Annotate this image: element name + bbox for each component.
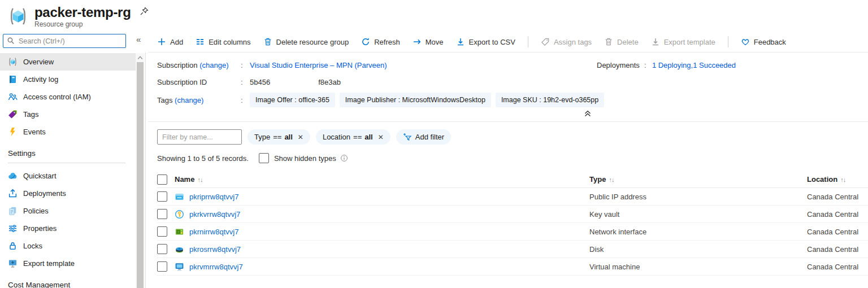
filter-op: == [353, 133, 362, 141]
command-bar: Add Edit columns Delete resource group R… [157, 33, 868, 51]
sidebar-item-label: Quickstart [23, 172, 57, 180]
sidebar-item-overview[interactable]: Overview [0, 53, 136, 71]
column-label: Name [175, 175, 194, 184]
filter-by-name-input[interactable] [157, 129, 242, 145]
name-cell: pkriprrw8qtvvj7 [157, 191, 589, 202]
sidebar-section-settings: Settings [0, 141, 136, 160]
type-cell: Key vault [589, 210, 807, 219]
sidebar-item-label: Activity log [23, 75, 58, 84]
export-template-button[interactable]: Export template [651, 37, 715, 46]
move-arrow-icon [413, 37, 422, 46]
trash-icon [263, 37, 272, 46]
remove-filter-icon[interactable]: ✕ [298, 133, 303, 141]
search-input[interactable] [3, 34, 126, 48]
refresh-icon [361, 37, 370, 46]
sort-icon: ↑↓ [840, 176, 845, 183]
sidebar-item-policies[interactable]: Policies [0, 202, 136, 220]
sidebar-divider [8, 163, 125, 163]
public-ip-icon [175, 192, 184, 202]
sidebar-item-properties[interactable]: Properties [0, 220, 136, 237]
button-label: Assign tags [554, 38, 592, 46]
row-checkbox[interactable] [157, 261, 167, 272]
deployments-value-link[interactable]: 1 Deploying,1 Succeeded [652, 61, 736, 69]
column-label: Type [589, 175, 606, 184]
sidebar-content-divider [145, 53, 146, 288]
deployments-icon [8, 189, 18, 198]
sidebar-item-activity-log[interactable]: Activity log [0, 71, 136, 88]
subscription-value-link[interactable]: Visual Studio Enterprise – MPN (Parveen) [250, 61, 387, 69]
sidebar-item-label: Deployments [23, 189, 66, 198]
export-template-icon [8, 259, 18, 268]
tags-change-link[interactable]: (change) [175, 96, 203, 104]
row-checkbox[interactable] [157, 226, 167, 237]
edit-columns-icon [196, 37, 205, 46]
select-all-checkbox[interactable] [157, 174, 167, 185]
type-cell: Virtual machine [589, 263, 807, 271]
sidebar-scrollbar[interactable] [136, 53, 145, 288]
add-filter-button[interactable]: Add filter [396, 129, 451, 145]
virtual-machine-icon [175, 262, 184, 272]
sidebar-item-deployments[interactable]: Deployments [0, 185, 136, 202]
lock-icon [8, 241, 18, 251]
tag-chip: Image Offer : office-365 [250, 93, 335, 107]
location-column-header[interactable]: Location ↑↓ [807, 175, 868, 184]
colon: : [241, 96, 250, 104]
sidebar-item-export-template[interactable]: Export template [0, 255, 136, 272]
location-filter-pill[interactable]: Location == all ✕ [316, 129, 390, 145]
show-hidden-types-checkbox[interactable] [259, 153, 269, 163]
row-checkbox[interactable] [157, 191, 167, 202]
access-control-icon [8, 92, 18, 102]
sidebar-item-quickstart[interactable]: Quickstart [0, 167, 136, 185]
scrollbar-thumb[interactable] [137, 62, 144, 288]
resource-link[interactable]: pkrvmrrw8qtvvj7 [189, 263, 243, 271]
move-button[interactable]: Move [413, 37, 444, 46]
sidebar-item-label: Tags [23, 110, 38, 119]
resource-link[interactable]: pkrnirrw8qtvvj7 [189, 228, 238, 236]
name-column-header[interactable]: Name ↑↓ [157, 174, 589, 185]
assign-tags-button[interactable]: Assign tags [541, 37, 592, 46]
deployments-label: Deployments [597, 61, 640, 69]
network-interface-icon [175, 227, 184, 237]
delete-button[interactable]: Delete [604, 37, 639, 46]
policies-icon [8, 206, 18, 216]
type-filter-pill[interactable]: Type == all ✕ [248, 129, 310, 145]
sidebar-item-label: Policies [23, 207, 49, 215]
sidebar-item-tags[interactable]: Tags [0, 106, 136, 123]
feedback-button[interactable]: Feedback [741, 37, 786, 46]
button-label: Edit columns [209, 38, 250, 46]
sidebar-item-events[interactable]: Events [0, 123, 136, 141]
delete-resource-group-button[interactable]: Delete resource group [263, 37, 349, 46]
records-summary: Showing 1 to 5 of 5 records. [157, 154, 249, 163]
remove-filter-icon[interactable]: ✕ [378, 133, 384, 141]
export-to-csv-button[interactable]: Export to CSV [456, 37, 515, 46]
scroll-up-button[interactable] [136, 53, 145, 62]
resource-link[interactable]: pkriprrw8qtvvj7 [189, 193, 238, 201]
resource-link[interactable]: pkrosrrw8qtvvj7 [189, 245, 241, 254]
location-cell: Canada Central [807, 210, 868, 219]
info-icon[interactable] [340, 154, 348, 162]
refresh-button[interactable]: Refresh [361, 37, 400, 46]
subscription-change-link[interactable]: (change) [199, 61, 228, 69]
row-checkbox[interactable] [157, 209, 167, 219]
colon: : [241, 78, 250, 86]
quickstart-icon [8, 171, 18, 181]
sidebar-item-access-control[interactable]: Access control (IAM) [0, 88, 136, 106]
row-checkbox[interactable] [157, 244, 167, 254]
page-header: packer-temp-rg Resource group [7, 5, 131, 28]
collapse-sidebar-icon[interactable]: « [136, 35, 141, 43]
edit-columns-button[interactable]: Edit columns [196, 37, 250, 46]
pin-icon[interactable] [140, 7, 149, 16]
download-icon [651, 37, 660, 46]
resource-link[interactable]: pkrkvrrw8qtvvj7 [189, 210, 240, 219]
show-hidden-types-label[interactable]: Show hidden types [274, 154, 336, 163]
collapse-essentials-icon[interactable] [583, 110, 592, 117]
button-label: Delete resource group [276, 38, 349, 46]
column-label: Location [807, 175, 837, 184]
table-row: pkriprrw8qtvvj7 Public IP address Canada… [157, 188, 868, 206]
download-icon [456, 37, 465, 46]
activity-log-icon [8, 75, 18, 84]
azure-resource-group-page: packer-temp-rg Resource group « Overview [0, 0, 868, 288]
add-button[interactable]: Add [157, 37, 183, 46]
sidebar-item-locks[interactable]: Locks [0, 237, 136, 255]
type-column-header[interactable]: Type ↑↓ [589, 175, 807, 184]
